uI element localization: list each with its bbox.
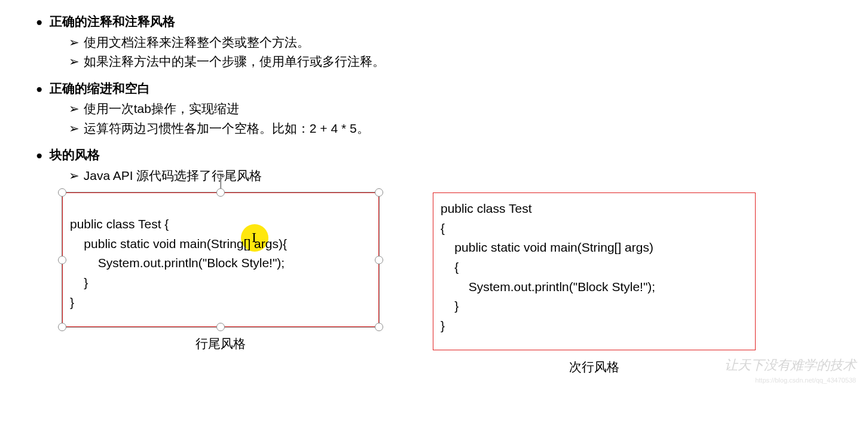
resize-handle-icon[interactable] [216, 323, 225, 331]
sublist-2: 使用一次tab操作，实现缩进 运算符两边习惯性各加一个空格。比如：2 + 4 *… [69, 99, 832, 138]
resize-handle-icon[interactable] [58, 323, 66, 331]
code-right-content: public class Test { public static void m… [441, 199, 748, 335]
code-col-left: I public class Test { public static void… [62, 192, 379, 377]
code-box-next-line: public class Test { public static void m… [433, 192, 756, 350]
resize-handle-icon[interactable] [58, 256, 66, 264]
resize-handle-icon[interactable] [375, 323, 383, 331]
code-left-content: public class Test { public static void m… [70, 215, 371, 312]
sub-item: 使用一次tab操作，实现缩进 [69, 99, 832, 119]
heading-2: 正确的缩进和空白 [36, 79, 832, 99]
resize-handle-icon[interactable] [58, 188, 66, 197]
code-examples-row: I public class Test { public static void… [62, 192, 832, 377]
heading-1: 正确的注释和注释风格 [36, 12, 832, 32]
sub-item: 如果注释方法中的某一个步骤，使用单行或多行注释。 [69, 52, 832, 72]
section-block-style: 块的风格 Java API 源代码选择了行尾风格 [36, 145, 832, 185]
caption-right: 次行风格 [569, 357, 619, 377]
heading-3: 块的风格 [36, 145, 832, 165]
section-indent: 正确的缩进和空白 使用一次tab操作，实现缩进 运算符两边习惯性各加一个空格。比… [36, 79, 832, 139]
sub-item-text: 使用文档注释来注释整个类或整个方法。 [84, 35, 310, 49]
sublist-1: 使用文档注释来注释整个类或整个方法。 如果注释方法中的某一个步骤，使用单行或多行… [69, 33, 832, 72]
resize-handle-icon[interactable] [216, 188, 225, 197]
sub-item: 使用文档注释来注释整个类或整个方法。 [69, 33, 832, 53]
code-box-end-of-line[interactable]: I public class Test { public static void… [62, 192, 379, 327]
resize-handle-icon[interactable] [375, 256, 383, 264]
code-col-right: public class Test { public static void m… [433, 192, 756, 377]
resize-handle-icon[interactable] [375, 188, 383, 197]
caption-left: 行尾风格 [195, 334, 246, 354]
sub-item: Java API 源代码选择了行尾风格 [69, 166, 832, 186]
sub-item-text: 如果注释方法中的某一个步骤，使用单行或多行注释。 [84, 54, 385, 68]
sub-item-text: Java API 源代码选择了行尾风格 [84, 169, 262, 182]
sub-item-text: 使用一次tab操作，实现缩进 [84, 102, 239, 115]
sublist-3: Java API 源代码选择了行尾风格 [69, 166, 832, 186]
sub-item: 运算符两边习惯性各加一个空格。比如：2 + 4 * 5。 [69, 119, 832, 139]
sub-item-text: 运算符两边习惯性各加一个空格。比如：2 + 4 * 5。 [84, 121, 369, 135]
section-comment-style: 正确的注释和注释风格 使用文档注释来注释整个类或整个方法。 如果注释方法中的某一… [36, 12, 832, 72]
